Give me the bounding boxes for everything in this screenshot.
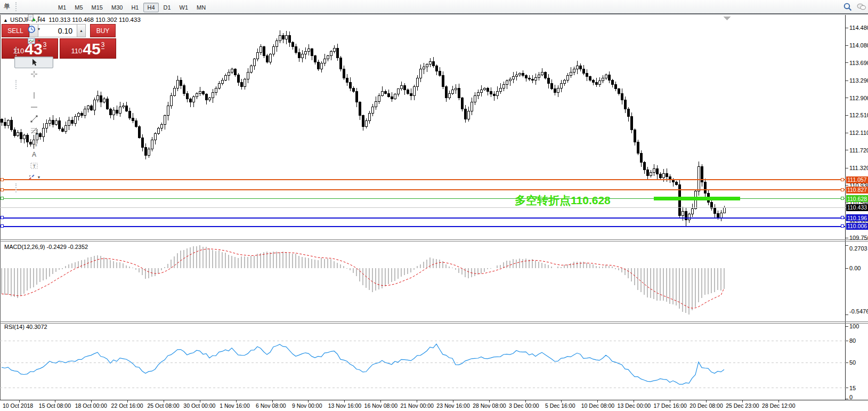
annotation-text[interactable]: 多空转折点110.628 [515,193,611,208]
chart-canvas[interactable]: 114.480114.080113.690113.290112.900112.5… [0,0,868,411]
svg-text:114.480: 114.480 [849,25,868,31]
toolbar-separator [15,2,17,11]
vertical-line-button[interactable] [14,90,53,101]
cursor-button[interactable] [14,57,53,68]
svg-text:0.00: 0.00 [849,265,861,271]
periods-button[interactable]: ▼ [14,23,53,35]
chevron-down-icon[interactable]: ▼ [37,39,41,43]
svg-text:28 Dec 12:00: 28 Dec 12:00 [762,402,796,409]
chat-button[interactable] [855,1,867,13]
svg-text:110.827: 110.827 [847,187,867,193]
arrows-icon [27,173,36,182]
svg-text:22 Oct 16:00: 22 Oct 16:00 [111,402,143,409]
channel-button[interactable]: F [14,136,53,148]
svg-text:6 Nov 08:00: 6 Nov 08:00 [256,402,286,409]
timeframe-m15[interactable]: M15 [88,3,107,12]
svg-text:16 Nov 08:00: 16 Nov 08:00 [364,402,398,409]
toolbar-separator [15,47,17,56]
toolbar: 单 自动交易▼▼▼EFAT▼ M1M5M15M30H1H4D1W1MN [0,0,868,14]
svg-text:9 Nov 00:00: 9 Nov 00:00 [292,402,322,409]
svg-text:20 Dec 08:00: 20 Dec 08:00 [689,402,723,409]
horizontal-line-icon [30,103,38,111]
templates-icon [27,37,36,45]
svg-text:80: 80 [849,337,856,344]
chevron-down-icon[interactable]: ▼ [37,15,41,19]
search-button[interactable] [841,1,854,13]
timeframe-h4[interactable]: H4 [143,3,158,12]
indicators-button[interactable]: ▼ [14,12,53,23]
timeframe-h1[interactable]: H1 [127,3,142,12]
svg-text:100: 100 [849,323,859,329]
svg-text:A: A [32,150,36,158]
svg-text:111.320: 111.320 [849,165,868,171]
price-badge-110.196: 110.196 [846,214,868,221]
timeframe-m1[interactable]: M1 [54,3,70,12]
volume-up-button[interactable]: ▲ [77,24,86,37]
chevron-down-icon[interactable]: ▼ [37,175,41,179]
svg-text:114.080: 114.080 [849,42,868,49]
cursor-icon [30,58,38,67]
trendline-icon [30,115,38,123]
svg-text:10 Dec 08:00: 10 Dec 08:00 [581,402,615,409]
timeframe-w1[interactable]: W1 [176,3,192,12]
svg-text:113.690: 113.690 [849,60,868,66]
svg-text:T: T [33,163,36,168]
svg-text:15: 15 [849,385,856,391]
horizontal-line-button[interactable] [14,101,53,113]
svg-text:0.2703: 0.2703 [849,245,867,252]
arrows-button[interactable]: ▼ [14,172,53,183]
svg-text:17 Dec 16:00: 17 Dec 16:00 [653,402,687,409]
svg-text:113.290: 113.290 [849,77,868,84]
svg-text:28 Nov 08:00: 28 Nov 08:00 [473,402,506,409]
timeframe-mn[interactable]: MN [193,3,209,12]
crosshair-button[interactable] [14,68,53,80]
collapse-icon[interactable]: ▲ [3,18,8,23]
svg-text:112.900: 112.900 [849,95,868,101]
svg-text:13 Dec 00:00: 13 Dec 00:00 [618,402,651,409]
svg-text:3 Dec 00:00: 3 Dec 00:00 [509,402,539,409]
trend-segment[interactable] [654,197,740,200]
fibonacci-button[interactable]: E [14,125,53,136]
svg-text:10 Oct 2018: 10 Oct 2018 [3,402,33,409]
toolbar-separator [15,183,17,192]
svg-text:110.628: 110.628 [847,196,867,202]
vertical-line-icon [30,91,38,100]
svg-text:110.196: 110.196 [847,215,867,221]
chevron-down-icon[interactable]: ▼ [37,27,41,31]
timeframe-m5[interactable]: M5 [71,3,86,12]
label-button[interactable]: T [14,160,53,172]
svg-text:F: F [35,143,37,147]
timeframe-d1[interactable]: D1 [160,3,175,12]
crosshair-icon [30,70,38,78]
price-badge-110.628: 110.628 [846,195,868,202]
trendline-button[interactable] [14,113,53,125]
svg-text:18 Oct 00:00: 18 Oct 00:00 [75,402,107,409]
svg-text:110.433: 110.433 [847,204,867,211]
svg-text:109.750: 109.750 [849,235,868,241]
label-icon: T [30,162,38,170]
indicators-icon [27,13,36,22]
svg-text:-0.5476: -0.5476 [849,308,868,315]
templates-button[interactable]: ▼ [14,35,53,47]
svg-text:E: E [36,132,38,135]
fibonacci-icon: E [30,126,38,135]
timeframe-m30[interactable]: M30 [108,3,126,12]
text-icon: A [30,150,38,158]
svg-text:5 Dec 16:00: 5 Dec 16:00 [545,402,575,409]
buy-button[interactable]: BUY [90,24,116,37]
svg-text:112.110: 112.110 [849,130,868,136]
chart-shift-button[interactable] [14,0,53,2]
channel-icon: F [30,138,38,147]
price-badge-111.057: 111.057 [846,176,868,183]
rsi-indicator-label: RSI(14) 40.3072 [4,324,47,330]
svg-text:111.720: 111.720 [849,147,868,154]
buy-price-display[interactable]: 110453 [60,38,116,59]
svg-text:30 Oct 00:00: 30 Oct 00:00 [183,402,215,409]
toolbar-separator [15,80,17,89]
text-button[interactable]: A [14,148,53,160]
chat-icon [857,2,866,11]
buy-price-prefix: 110 [71,47,83,55]
new-order-button[interactable]: 单 [1,1,13,13]
buy-price-sup: 3 [101,41,105,49]
svg-text:112.510: 112.510 [849,112,868,118]
